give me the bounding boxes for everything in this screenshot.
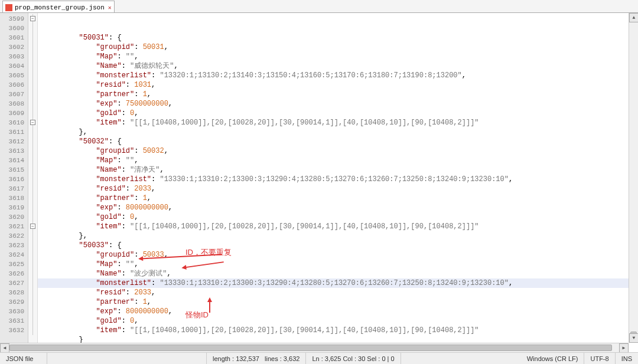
line-number: 3605: [0, 71, 24, 80]
code-line[interactable]: "Map": "",: [38, 52, 638, 61]
code-line[interactable]: "monsterlist": "13320:1;13130:2;13140:3;…: [38, 71, 638, 80]
line-number: 3614: [0, 156, 24, 165]
code-line[interactable]: "partner": 1,: [38, 90, 638, 99]
line-number: 3623: [0, 241, 24, 250]
line-number: 3612: [0, 137, 24, 146]
fold-gutter[interactable]: −−−: [28, 13, 38, 352]
status-filetype: JSON file: [0, 353, 47, 364]
line-number: 3629: [0, 297, 24, 307]
code-line[interactable]: "groupid": 50031,: [38, 42, 638, 52]
code-line[interactable]: "groupid": 50033,: [38, 250, 638, 260]
code-line[interactable]: "partner": 1,: [38, 194, 638, 203]
file-icon: [5, 4, 12, 11]
code-line[interactable]: "gold": 0,: [38, 109, 638, 118]
code-line[interactable]: "groupid": 50032,: [38, 146, 638, 156]
code-line[interactable]: "50032": {: [38, 137, 638, 146]
line-number: 3609: [0, 109, 24, 118]
line-number: 3625: [0, 260, 24, 269]
scroll-left-icon[interactable]: ◀: [0, 343, 9, 352]
code-line[interactable]: },: [38, 231, 638, 241]
code-line[interactable]: "monsterlist": "13330:1;13310:2;13300:3;…: [38, 278, 638, 288]
fold-toggle[interactable]: −: [30, 16, 35, 21]
line-number: 3619: [0, 203, 24, 212]
code-line[interactable]: "gold": 0,: [38, 316, 638, 326]
code-line[interactable]: "Name": "波少测试",: [38, 269, 638, 278]
scroll-down-icon[interactable]: ▼: [629, 333, 638, 343]
line-number: 3632: [0, 326, 24, 335]
code-line[interactable]: "50033": {: [38, 241, 638, 250]
code-line[interactable]: },: [38, 127, 638, 137]
code-line[interactable]: "exp": 8000000000,: [38, 203, 638, 212]
code-line[interactable]: "item": "[[1,[10408,1000]],[20,[10028,20…: [38, 326, 638, 335]
code-line[interactable]: "resid": 2033,: [38, 288, 638, 297]
status-lines: lines : 3,632: [265, 355, 300, 362]
line-number: 3624: [0, 250, 24, 260]
line-number: 3613: [0, 146, 24, 156]
line-number: 3620: [0, 212, 24, 222]
fold-toggle[interactable]: −: [30, 120, 35, 125]
line-number: 3599: [0, 14, 24, 24]
code-line[interactable]: "50031": {: [38, 33, 638, 42]
code-line[interactable]: "Name": "清净天",: [38, 165, 638, 175]
line-number: 3603: [0, 52, 24, 61]
code-line[interactable]: "exp": 8000000000,: [38, 307, 638, 316]
line-number: 3621: [0, 222, 24, 231]
scroll-right-icon[interactable]: ▶: [619, 343, 629, 352]
horizontal-scrollbar[interactable]: ◀ ▶: [0, 343, 629, 352]
line-number: 3608: [0, 99, 24, 109]
line-number: 3602: [0, 42, 24, 52]
scroll-up-icon[interactable]: ▲: [629, 13, 638, 22]
status-bar: JSON file length : 132,537 lines : 3,632…: [0, 352, 638, 364]
close-icon[interactable]: ✕: [108, 4, 112, 11]
fold-toggle[interactable]: −: [30, 224, 35, 229]
line-number: 3627: [0, 278, 24, 288]
code-line[interactable]: "resid": 2033,: [38, 184, 638, 194]
line-number: 3616: [0, 175, 24, 184]
code-line[interactable]: "Map": "",: [38, 156, 638, 165]
code-line[interactable]: "gold": 0,: [38, 212, 638, 222]
line-number: 3626: [0, 269, 24, 278]
scroll-thumb[interactable]: [9, 345, 612, 351]
code-line[interactable]: "Name": "威德炽轮天",: [38, 61, 638, 71]
line-number: 3611: [0, 127, 24, 137]
code-line[interactable]: "item": "[[1,[10408,1000]],[20,[10028,20…: [38, 118, 638, 127]
code-line[interactable]: "partner": 1,: [38, 297, 638, 307]
editor-area[interactable]: 3599360036013602360336043605360636073608…: [0, 13, 638, 352]
status-length: length : 132,537: [213, 355, 259, 362]
line-number: 3630: [0, 307, 24, 316]
line-number: 3604: [0, 61, 24, 71]
code-line[interactable]: "exp": 7500000000,: [38, 99, 638, 109]
code-line[interactable]: "Map": "",: [38, 260, 638, 269]
tab-bar: prop_monster_group.json ✕: [0, 0, 638, 13]
line-number: 3600: [0, 24, 24, 33]
code-line[interactable]: "item": "[[1,[10408,1000]],[20,[10028,20…: [38, 222, 638, 231]
status-position: Ln : 3,625 Col : 30 Sel : 0 | 0: [306, 353, 401, 364]
line-number: 3628: [0, 288, 24, 297]
line-number-gutter: 3599360036013602360336043605360636073608…: [0, 13, 28, 352]
code-line[interactable]: "monsterlist": "13330:1;13310:2;13300:3;…: [38, 175, 638, 184]
status-encoding: UTF-8: [584, 353, 615, 364]
line-number: 3617: [0, 184, 24, 194]
line-number: 3622: [0, 231, 24, 241]
status-mode: INS: [616, 353, 638, 364]
file-tab[interactable]: prop_monster_group.json ✕: [2, 1, 115, 12]
line-number: 3610: [0, 118, 24, 127]
code-content[interactable]: "50031": { "groupid": 50031, "Map": "", …: [38, 13, 638, 352]
tab-filename: prop_monster_group.json: [15, 4, 105, 11]
line-number: 3607: [0, 90, 24, 99]
vertical-scrollbar[interactable]: ▲ ▼: [629, 13, 638, 343]
status-eol: Windows (CR LF): [521, 353, 585, 364]
line-number: 3601: [0, 33, 24, 42]
line-number: 3618: [0, 194, 24, 203]
line-number: 3615: [0, 165, 24, 175]
code-line[interactable]: "resid": 1031,: [38, 80, 638, 90]
line-number: 3631: [0, 316, 24, 326]
line-number: 3606: [0, 80, 24, 90]
